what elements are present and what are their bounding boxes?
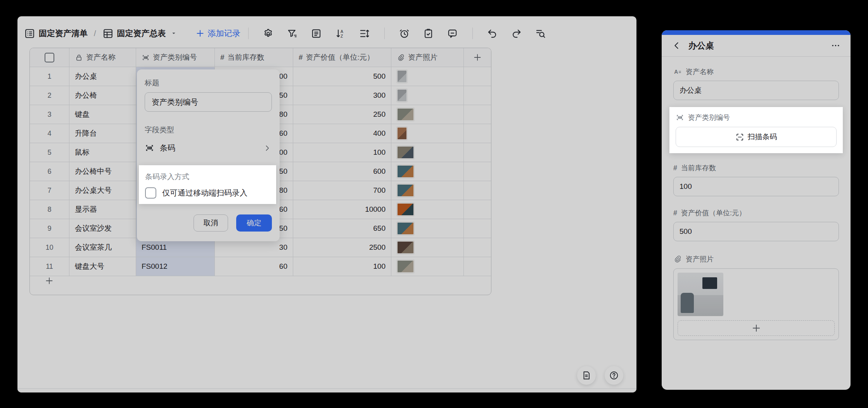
filter-button[interactable] — [280, 28, 304, 39]
cell-add-column-spacer — [464, 67, 491, 86]
asset-photo-thumbnail[interactable] — [397, 165, 414, 178]
cell-photo[interactable] — [391, 257, 464, 276]
asset-photo-thumbnail[interactable] — [397, 146, 414, 159]
row-height-button[interactable] — [353, 28, 377, 39]
help-fab[interactable] — [605, 366, 623, 385]
bitable-canvas: 固定资产清单 / 固定资产总表 添加记录 AZ — [17, 16, 636, 392]
column-header-stock[interactable]: # 当前库存数 — [215, 48, 293, 67]
cell-asset-name[interactable]: 会议室沙发 — [69, 219, 136, 238]
cell-photo[interactable] — [391, 219, 464, 238]
record-list-fab[interactable] — [577, 366, 596, 385]
cell-photo[interactable] — [391, 238, 464, 257]
cell-value[interactable]: 100 — [293, 143, 391, 162]
cell-asset-code[interactable]: FS0012 — [136, 257, 215, 276]
cell-asset-name[interactable]: 办公桌 — [69, 67, 136, 86]
asset-photo-thumbnail[interactable] — [397, 241, 414, 254]
field-type-value: 条码 — [160, 143, 175, 153]
field-config-button[interactable] — [304, 28, 329, 39]
row-number: 4 — [30, 124, 69, 143]
cell-value[interactable]: 250 — [293, 105, 391, 124]
cell-photo[interactable] — [391, 200, 464, 219]
add-record-button[interactable]: 添加记录 — [195, 28, 240, 39]
scan-barcode-button[interactable]: 扫描条码 — [676, 127, 837, 147]
value-input[interactable]: 500 — [673, 222, 839, 241]
cell-value[interactable]: 600 — [293, 162, 391, 181]
cell-value[interactable]: 10000 — [293, 200, 391, 219]
stock-input[interactable]: 100 — [673, 177, 839, 196]
column-header-asset-name[interactable]: 资产名称 — [69, 48, 136, 67]
asset-photo-thumbnail[interactable] — [397, 70, 407, 83]
cell-photo[interactable] — [391, 67, 464, 86]
asset-photo-thumbnail[interactable] — [397, 260, 414, 273]
cell-photo[interactable] — [391, 124, 464, 143]
breadcrumb-table[interactable]: 固定资产总表 — [117, 28, 166, 39]
more-menu-icon[interactable] — [831, 41, 840, 50]
row-number: 3 — [30, 105, 69, 124]
select-all-checkbox[interactable] — [45, 53, 54, 62]
cell-asset-name[interactable]: 会议室茶几 — [69, 238, 136, 257]
cell-asset-name[interactable]: 键盘大号 — [69, 257, 136, 276]
cell-value[interactable]: 500 — [293, 67, 391, 86]
asset-photo-thumbnail[interactable] — [678, 273, 723, 316]
add-row-button[interactable] — [30, 276, 491, 295]
record-title: 办公桌 — [688, 40, 831, 52]
cell-asset-name[interactable]: 鼠标 — [69, 143, 136, 162]
cell-value[interactable]: 2500 — [293, 238, 391, 257]
confirm-button[interactable]: 确定 — [236, 214, 272, 232]
cell-photo[interactable] — [391, 105, 464, 124]
cell-asset-name[interactable]: 办公椅中号 — [69, 162, 136, 181]
field-title-input[interactable]: 资产类别编号 — [145, 92, 272, 112]
add-photo-button[interactable] — [678, 320, 835, 336]
filter-icon — [287, 28, 298, 39]
toolbar: 固定资产清单 / 固定资产总表 添加记录 AZ — [24, 22, 633, 45]
asset-photo-thumbnail[interactable] — [397, 127, 407, 140]
reminder-button[interactable] — [393, 28, 417, 39]
undo-button[interactable] — [481, 28, 505, 39]
asset-photo-thumbnail[interactable] — [397, 184, 414, 197]
cell-asset-name[interactable]: 显示器 — [69, 200, 136, 219]
comment-button[interactable] — [441, 28, 465, 39]
cell-asset-name[interactable]: 办公桌大号 — [69, 181, 136, 200]
cell-asset-name[interactable]: 办公椅 — [69, 86, 136, 105]
search-button[interactable] — [529, 28, 553, 39]
cell-photo[interactable] — [391, 86, 464, 105]
cell-asset-name[interactable]: 升降台 — [69, 124, 136, 143]
mobile-scan-only-checkbox[interactable] — [145, 187, 156, 199]
caret-down-icon[interactable] — [171, 30, 177, 36]
form-icon — [423, 28, 434, 39]
asset-name-input[interactable]: 办公桌 — [673, 81, 839, 100]
cell-value[interactable]: 650 — [293, 219, 391, 238]
column-header-value[interactable]: # 资产价值（单位:元） — [293, 48, 391, 67]
asset-photo-thumbnail[interactable] — [397, 203, 414, 216]
field-type-label: 字段类型 — [145, 125, 272, 135]
cell-add-column-spacer — [464, 219, 491, 238]
cell-photo[interactable] — [391, 143, 464, 162]
add-column-button[interactable] — [464, 48, 491, 67]
cancel-button[interactable]: 取消 — [194, 214, 228, 232]
cell-value[interactable]: 400 — [293, 124, 391, 143]
column-header-photo[interactable]: 资产照片 — [391, 48, 464, 67]
chevron-right-icon — [263, 144, 271, 152]
row-number: 7 — [30, 181, 69, 200]
cell-value[interactable]: 700 — [293, 181, 391, 200]
asset-photo-thumbnail[interactable] — [397, 108, 414, 121]
cell-photo[interactable] — [391, 181, 464, 200]
cell-asset-name[interactable]: 键盘 — [69, 105, 136, 124]
breadcrumb-base[interactable]: 固定资产清单 — [39, 28, 88, 39]
asset-photo-thumbnail[interactable] — [397, 89, 407, 102]
settings-button[interactable] — [256, 28, 280, 39]
asset-photo-thumbnail[interactable] — [397, 222, 414, 235]
cell-photo[interactable] — [391, 162, 464, 181]
sort-button[interactable]: AZ — [329, 28, 353, 39]
field-type-selector[interactable]: 条码 — [145, 143, 271, 153]
cell-value[interactable]: 100 — [293, 257, 391, 276]
cell-stock[interactable]: 60 — [215, 257, 293, 276]
scan-icon — [735, 133, 744, 142]
back-chevron-icon[interactable] — [672, 41, 681, 50]
column-header-asset-code[interactable]: 资产类别编号 — [136, 48, 215, 67]
cell-value[interactable]: 300 — [293, 86, 391, 105]
redo-button[interactable] — [505, 28, 529, 39]
table-row[interactable]: 11 键盘大号 FS0012 60 100 — [30, 257, 491, 276]
form-button[interactable] — [417, 28, 441, 39]
svg-text:Z: Z — [341, 34, 343, 38]
